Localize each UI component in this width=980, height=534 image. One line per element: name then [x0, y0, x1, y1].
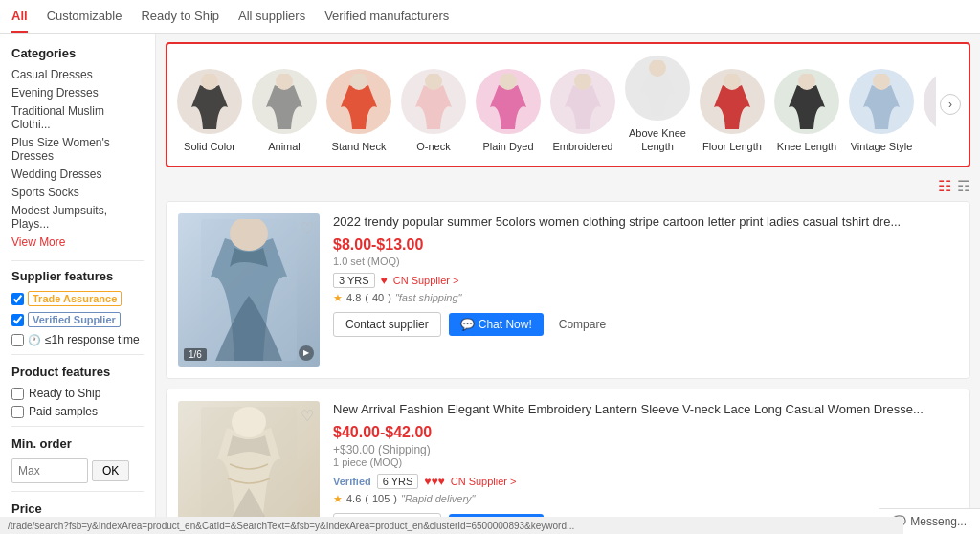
min-order-input-row: OK	[11, 458, 144, 483]
chat-icon-1: 💬	[460, 318, 475, 331]
carousel-label-2: Stand Neck	[332, 140, 387, 153]
category-wedding-dresses[interactable]: Wedding Dresses	[11, 167, 144, 181]
product-1-play-icon[interactable]: ▶	[299, 345, 314, 361]
product-image-bg-1	[178, 213, 320, 367]
verified-supplier-checkbox[interactable]	[11, 314, 24, 326]
product-1-star-icon: ★	[333, 292, 343, 304]
carousel-item-7[interactable]: Floor Length	[698, 69, 767, 153]
carousel-item-2[interactable]: Stand Neck	[324, 69, 393, 153]
carousel-item-5[interactable]: Embroidered	[548, 69, 617, 153]
messenger-label: Messeng...	[910, 515, 967, 528]
url-text: /trade/search?fsb=y&IndexArea=product_en…	[8, 521, 574, 531]
product-1-image-counter: 1/6	[184, 348, 207, 361]
product-2-heart-supplier: ♥♥♥	[424, 475, 444, 488]
list-view-button[interactable]: ☶	[957, 177, 970, 195]
verified-supplier-row: Verified Supplier	[11, 312, 144, 327]
nav-item-verified-manufacturers[interactable]: Verified manufacturers	[324, 1, 449, 33]
ready-to-ship-label: Ready to Ship	[29, 387, 100, 400]
sidebar: Categories Casual Dresses Evening Dresse…	[0, 34, 156, 534]
carousel-item-10[interactable]: Elegant	[922, 69, 936, 153]
category-plus-size[interactable]: Plus Size Women's Dresses	[11, 136, 144, 163]
product-1-cn-supplier[interactable]: CN Supplier >	[393, 275, 459, 286]
ready-to-ship-checkbox[interactable]	[11, 388, 24, 400]
product-2-shipping-quote: "Rapid delivery"	[401, 493, 476, 504]
product-2-info: New Arrival Fashion Elegant White Embroi…	[333, 401, 958, 534]
product-2-verified-label: Verified	[333, 476, 371, 487]
carousel-item-6[interactable]: Above Knee Length	[623, 56, 692, 154]
response-time-icon: 🕐	[28, 334, 41, 346]
category-evening-dresses[interactable]: Evening Dresses	[11, 86, 144, 100]
product-2-heart-icon[interactable]: ♡	[301, 407, 314, 425]
paid-samples-checkbox[interactable]	[11, 406, 24, 418]
product-1-supplier-row: 3 YRS ♥ CN Supplier >	[333, 273, 958, 288]
product-1-moq: 1.0 set (MOQ)	[333, 256, 958, 267]
nav-item-customizable[interactable]: Customizable	[47, 1, 122, 33]
carousel-item-3[interactable]: O-neck	[399, 69, 468, 153]
product-1-heart-supplier: ♥	[381, 274, 388, 287]
product-1-contact-button[interactable]: Contact supplier	[333, 312, 441, 337]
view-options: ☷ ☶	[166, 177, 970, 195]
min-order-section: Min. order OK	[11, 436, 144, 483]
product-2-years-badge: 6 YRS	[377, 474, 419, 489]
product-2-cn-supplier[interactable]: CN Supplier >	[451, 476, 517, 487]
grid-view-button[interactable]: ☷	[938, 177, 951, 195]
product-1-rating: 4.8	[346, 292, 361, 303]
verified-supplier-badge: Verified Supplier	[28, 312, 121, 327]
nav-item-all[interactable]: All	[11, 1, 28, 33]
product-1-heart-icon[interactable]: ♡	[301, 219, 314, 237]
category-traditional-muslim[interactable]: Traditional Muslim Clothi...	[11, 104, 144, 131]
min-order-title: Min. order	[11, 436, 144, 451]
response-time-row: 🕐 ≤1h response time	[11, 333, 144, 346]
product-1-compare-button[interactable]: Compare	[551, 313, 613, 336]
trade-assurance-checkbox[interactable]	[11, 293, 24, 305]
product-1-info: 2022 trendy popular summer 5colors women…	[333, 213, 958, 367]
product-2-rating-row: ★ 4.6 (105) "Rapid delivery"	[333, 493, 958, 505]
carousel-label-8: Knee Length	[777, 140, 836, 153]
paid-samples-label: Paid samples	[29, 405, 98, 418]
carousel-item-9[interactable]: Vintage Style	[847, 69, 916, 153]
trade-assurance-badge: Trade Assurance	[28, 291, 122, 306]
carousel-label-1: Animal	[268, 140, 301, 153]
carousel-label-7: Floor Length	[702, 140, 762, 153]
product-features-title: Product features	[11, 365, 144, 379]
category-modest-jumpsuits[interactable]: Modest Jumpsuits, Plays...	[11, 204, 144, 231]
product-1-years-badge: 3 YRS	[333, 273, 375, 288]
product-1-review-count: (	[365, 292, 368, 303]
response-time-label: ≤1h response time	[45, 333, 140, 346]
response-time-checkbox[interactable]	[11, 334, 24, 346]
min-order-input[interactable]	[11, 458, 88, 483]
product-2-count-val: 105	[372, 493, 390, 504]
product-2-title: New Arrival Fashion Elegant White Embroi…	[333, 401, 958, 418]
product-2-supplier-row: Verified 6 YRS ♥♥♥ CN Supplier >	[333, 474, 958, 489]
product-2-price: $40.00-$42.00	[333, 424, 958, 441]
carousel-inner: Solid ColorAnimalStand NeckO-neckPlain D…	[175, 56, 936, 154]
svg-point-15	[232, 407, 266, 437]
carousel-item-8[interactable]: Knee Length	[772, 69, 841, 153]
nav-item-ready-to-ship[interactable]: Ready to Ship	[141, 1, 219, 33]
category-casual-dresses[interactable]: Casual Dresses	[11, 68, 144, 81]
product-image-1: 1/6 ▶ ♡	[178, 213, 320, 367]
product-card-2: 1/6 ▶ ♡ New Arrival Fashion Elegant Whit…	[166, 389, 970, 534]
view-more-link[interactable]: View More	[11, 235, 144, 249]
carousel-item-0[interactable]: Solid Color	[175, 69, 244, 153]
product-1-chat-label: Chat Now!	[479, 318, 532, 331]
product-1-price: $8.00-$13.00	[333, 236, 958, 254]
product-2-shipping-cost: +$30.00 (Shipping)	[333, 443, 958, 456]
product-2-rating: 4.6	[346, 493, 361, 504]
nav-item-all-suppliers[interactable]: All suppliers	[238, 1, 305, 33]
product-1-chat-button[interactable]: 💬 Chat Now!	[449, 313, 544, 336]
top-nav: All Customizable Ready to Ship All suppl…	[0, 0, 980, 34]
carousel-item-1[interactable]: Animal	[250, 69, 319, 153]
categories-title: Categories	[11, 46, 144, 60]
carousel-label-5: Embroidered	[553, 140, 613, 153]
carousel-label-6: Above Knee Length	[623, 126, 692, 154]
min-order-ok-button[interactable]: OK	[92, 460, 129, 481]
product-1-title: 2022 trendy popular summer 5colors women…	[333, 213, 958, 231]
product-2-star-icon: ★	[333, 493, 343, 505]
carousel-next-arrow[interactable]: ›	[940, 94, 961, 115]
carousel-item-4[interactable]: Plain Dyed	[474, 69, 543, 153]
category-sports-socks[interactable]: Sports Socks	[11, 186, 144, 199]
ready-to-ship-row: Ready to Ship	[11, 387, 144, 400]
product-image-2: 1/6 ▶ ♡	[178, 401, 320, 534]
product-dress-illustration-2	[196, 407, 301, 534]
